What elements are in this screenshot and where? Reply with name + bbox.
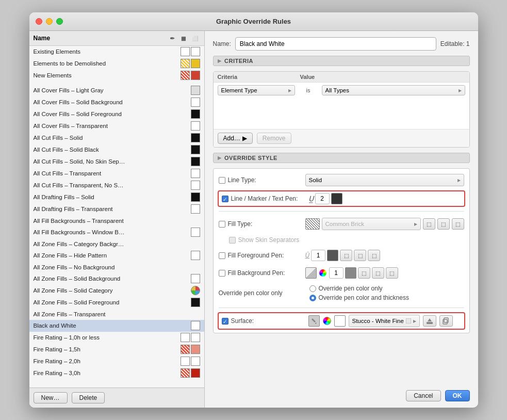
- fill-bg-checkbox[interactable]: [219, 270, 225, 277]
- close-button[interactable]: [36, 18, 42, 25]
- surface-checkbox[interactable]: [222, 318, 228, 325]
- surface-dropdown[interactable]: Stucco - White Fine ▶: [349, 315, 420, 327]
- list-item[interactable]: All Drafting Fills – Transparent: [29, 203, 204, 215]
- fill-column-icon: ▦: [178, 33, 189, 43]
- bg-clear-btn[interactable]: ⬚: [386, 267, 398, 279]
- minimize-button[interactable]: [46, 18, 53, 25]
- criteria-actions: Add… ▶ Remove: [214, 129, 469, 147]
- pen-column-icon: ✏: [167, 33, 177, 43]
- rules-list: Existing Elements Elements to be Demolis…: [29, 46, 204, 387]
- swatch: [191, 47, 200, 56]
- list-item[interactable]: All Cut Fills – Solid: [29, 132, 204, 144]
- delete-button[interactable]: Delete: [72, 392, 105, 403]
- col-value-label: Value: [300, 74, 465, 80]
- line-marker-label: Line / Marker / Text Pen:: [222, 195, 304, 202]
- list-item[interactable]: All Zone Fills – Solid Background: [29, 273, 204, 285]
- all-types-dropdown[interactable]: All Types ▶: [322, 85, 465, 95]
- swatch: [191, 274, 200, 283]
- list-item[interactable]: All Cover Fills – Solid Background: [29, 96, 204, 108]
- swatch: [191, 169, 200, 178]
- fill-bg-row: Fill Background Pen: 1 ⬚ ⬚ ⬚: [219, 266, 464, 280]
- list-item[interactable]: All Cut Fills – Transparent: [29, 168, 204, 180]
- color-only-radio[interactable]: [309, 285, 316, 292]
- list-item-selected[interactable]: Black and White: [29, 320, 204, 332]
- fg-clear-btn[interactable]: ⬚: [368, 250, 380, 261]
- element-type-dropdown[interactable]: Element Type ▶: [218, 85, 295, 95]
- swatch: [181, 59, 190, 68]
- list-item[interactable]: All Fill Backgrounds – Window B…: [29, 227, 204, 238]
- list-item[interactable]: Fire Rating – 2,0h: [29, 356, 204, 367]
- list-item[interactable]: All Fill Backgrounds – Transparent: [29, 215, 204, 227]
- zone-fill-swatch: [191, 286, 200, 295]
- bg-copy-btn[interactable]: ⬚: [372, 267, 384, 279]
- list-item[interactable]: All Cover Fills – Solid Foreground: [29, 108, 204, 120]
- criteria-empty-space: [214, 98, 469, 129]
- list-item[interactable]: Fire Rating – 1,5h: [29, 344, 204, 356]
- line-type-dropdown[interactable]: Solid ▶: [305, 174, 464, 186]
- swatch: [191, 157, 200, 166]
- maximize-button[interactable]: [56, 18, 63, 25]
- override-section-header[interactable]: ▶ OVERRIDE STYLE: [213, 153, 470, 163]
- fg-edit-btn[interactable]: ⬚: [340, 250, 352, 261]
- fill-edit-btn[interactable]: ⬚: [423, 218, 435, 230]
- criteria-section-header[interactable]: ▶ CRITERIA: [213, 56, 470, 66]
- line-type-checkbox[interactable]: [219, 177, 225, 184]
- fg-copy-btn[interactable]: ⬚: [354, 250, 366, 261]
- list-item[interactable]: All Cover Fills – Light Gray: [29, 85, 204, 96]
- surface-edit-btn[interactable]: [423, 315, 436, 327]
- list-item[interactable]: All Cover Fills – Transparent: [29, 120, 204, 132]
- is-label: is: [298, 87, 319, 93]
- list-item[interactable]: All Cut Fills – Solid Black: [29, 144, 204, 156]
- show-skin-checkbox[interactable]: [229, 237, 236, 244]
- ok-button[interactable]: OK: [445, 390, 470, 401]
- cancel-button[interactable]: Cancel: [406, 390, 440, 401]
- fill-pattern-swatch: [305, 218, 320, 230]
- fill-bg-pen-number[interactable]: 1: [329, 267, 344, 279]
- color-wheel-surface-icon: [323, 317, 331, 325]
- override-section-label: OVERRIDE STYLE: [224, 155, 277, 161]
- window-title: Graphic Override Rules: [216, 18, 291, 25]
- name-input[interactable]: [235, 37, 436, 51]
- line-marker-checkbox[interactable]: [222, 196, 228, 202]
- fill-type-row: Fill Type: Common Brick ▶ ⬚ ⬚ ⬚: [219, 217, 464, 231]
- radio-row-color-thickness: Override pen color and thickness: [309, 294, 409, 301]
- surface-copy-btn[interactable]: [439, 315, 453, 327]
- fill-bg-swatch: [345, 267, 356, 279]
- fill-clear-btn[interactable]: ⬚: [452, 218, 464, 230]
- fill-fg-checkbox[interactable]: [219, 252, 225, 259]
- list-item[interactable]: All Zone Fills – Hide Pattern: [29, 250, 204, 262]
- list-item[interactable]: All Cut Fills – Transparent, No S…: [29, 180, 204, 191]
- pen-color-swatch: [331, 193, 342, 204]
- bg-edit-btn[interactable]: ⬚: [358, 267, 370, 279]
- add-button[interactable]: Add… ▶: [218, 133, 253, 144]
- fill-fg-swatch: [327, 250, 338, 261]
- fill-type-checkbox[interactable]: [219, 221, 225, 228]
- col-criteria-label: Criteria: [218, 74, 300, 80]
- svg-rect-3: [443, 319, 447, 324]
- list-item[interactable]: All Zone Fills – Solid Foreground: [29, 297, 204, 309]
- list-item[interactable]: All Zone Fills – Category Backgr…: [29, 238, 204, 250]
- line-marker-row: Line / Marker / Text Pen: U̲ 2: [218, 190, 465, 207]
- fill-fg-row: Fill Foreground Pen: Ū 1 ⬚ ⬚ ⬚: [219, 249, 464, 262]
- fill-type-dropdown[interactable]: Common Brick ▶: [322, 218, 421, 230]
- list-item[interactable]: All Zone Fills – Solid Category: [29, 285, 204, 297]
- list-item[interactable]: All Zone Fills – No Background: [29, 262, 204, 273]
- fill-fg-pen-number[interactable]: 1: [311, 250, 325, 261]
- list-item[interactable]: Fire Rating – 1,0h or less: [29, 332, 204, 344]
- remove-button[interactable]: Remove: [257, 133, 291, 144]
- list-item[interactable]: All Cut Fills – Solid, No Skin Sep…: [29, 156, 204, 168]
- list-item[interactable]: New Elements: [29, 70, 204, 82]
- color-thickness-radio[interactable]: [309, 295, 316, 301]
- fill-copy-btn[interactable]: ⬚: [437, 218, 450, 230]
- list-item[interactable]: Existing Elements: [29, 46, 204, 58]
- pens-colors-radio-group: Override pen color only Override pen col…: [305, 285, 409, 301]
- list-item[interactable]: Fire Rating – 3,0h: [29, 367, 204, 379]
- pen-number[interactable]: 2: [315, 193, 330, 204]
- list-item[interactable]: All Drafting Fills – Solid: [29, 191, 204, 203]
- list-item[interactable]: Elements to be Demolished: [29, 58, 204, 70]
- override-section: Line Type: Solid ▶ Line / Marker / Text …: [213, 168, 470, 333]
- new-button[interactable]: New…: [34, 392, 68, 403]
- swatch: [191, 98, 200, 107]
- list-item[interactable]: All Zone Fills – Transparent: [29, 309, 204, 320]
- swatch: [191, 251, 200, 260]
